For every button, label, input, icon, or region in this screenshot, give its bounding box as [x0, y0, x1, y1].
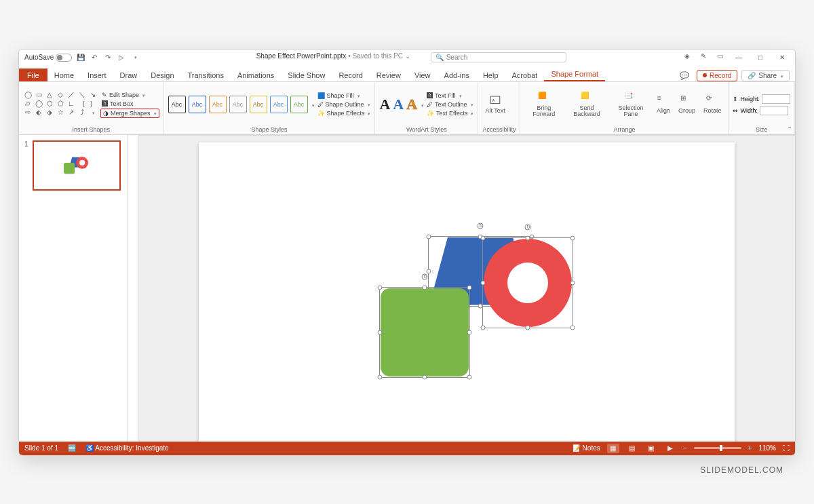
shape-effects-button[interactable]: ✨ Shape Effects	[317, 109, 371, 117]
zoom-out-button[interactable]: −	[683, 444, 687, 452]
zoom-slider[interactable]	[694, 447, 741, 449]
height-field[interactable]: ⇕ Height:	[733, 94, 790, 104]
width-field[interactable]: ⇔ Width:	[733, 106, 790, 115]
wordart-preset[interactable]: A	[379, 96, 390, 113]
rotate-button[interactable]: ⟳Rotate	[701, 94, 724, 114]
tab-insert[interactable]: Insert	[81, 69, 113, 81]
share-button[interactable]: 🔗 Share	[741, 70, 790, 81]
maximize-button[interactable]: □	[753, 52, 768, 64]
text-box-button[interactable]: 🅰 Text Box	[100, 100, 159, 108]
reading-view-icon[interactable]: ▣	[645, 444, 657, 453]
watermark: SLIDEMODEL.COM	[700, 465, 783, 475]
qat-more-icon[interactable]	[130, 53, 140, 62]
alt-text-button[interactable]: A Alt Text	[482, 94, 507, 114]
group-accessibility: A Alt Text Accessibility	[478, 82, 520, 134]
comments-icon[interactable]: 💬	[679, 70, 690, 81]
style-preset[interactable]: Abc	[209, 96, 227, 113]
rotate-handle-icon[interactable]	[525, 224, 531, 230]
wordart-gallery[interactable]: A A A	[379, 96, 417, 113]
eraser-icon[interactable]: ✎	[699, 52, 708, 61]
merge-shapes-button[interactable]: ◑ Merge Shapes	[100, 109, 159, 118]
save-icon[interactable]: 💾	[76, 53, 85, 62]
spellcheck-icon[interactable]: 🔤	[68, 444, 76, 452]
style-preset[interactable]: Abc	[290, 96, 308, 113]
tab-home[interactable]: Home	[47, 69, 81, 81]
style-preset[interactable]: Abc	[189, 96, 206, 113]
wordart-more-icon[interactable]	[420, 101, 424, 109]
tab-draw[interactable]: Draw	[113, 69, 144, 81]
style-more-icon[interactable]	[311, 101, 315, 109]
text-fill-button[interactable]: 🅰 Text Fill	[427, 92, 473, 100]
diamond-icon[interactable]: ◈	[682, 52, 692, 61]
shape-fill-button[interactable]: 🟦 Shape Fill	[317, 92, 371, 100]
selection-pane-button[interactable]: 📑Selection Pane	[610, 92, 651, 118]
selection-donut	[482, 237, 573, 328]
collapse-ribbon-icon[interactable]: ⌃	[787, 125, 792, 133]
tab-acrobat[interactable]: Acrobat	[505, 69, 545, 81]
notes-button[interactable]: 📝 Notes	[573, 444, 600, 452]
normal-view-icon[interactable]: ▦	[607, 444, 619, 453]
align-button[interactable]: ≡Align	[654, 94, 673, 114]
search-input[interactable]: 🔍 Search	[431, 52, 566, 62]
minimize-button[interactable]: —	[731, 52, 746, 64]
vertical-ruler	[128, 136, 138, 442]
slideshow-icon[interactable]: ▷	[117, 53, 126, 62]
autosave-toggle[interactable]: AutoSave	[24, 54, 72, 62]
save-status: Saved to this PC	[352, 52, 402, 60]
tab-help[interactable]: Help	[476, 69, 505, 81]
slide-1[interactable]	[199, 142, 735, 442]
width-input[interactable]	[760, 106, 788, 115]
tab-addins[interactable]: Add-ins	[438, 69, 476, 81]
text-outline-button[interactable]: 🖊 Text Outline	[427, 100, 473, 109]
style-preset[interactable]: Abc	[229, 96, 247, 113]
tab-file[interactable]: File	[19, 69, 47, 81]
zoom-level[interactable]: 110%	[758, 444, 776, 452]
group-arrange: 🟧Bring Forward 🟨Send Backward 📑Selection…	[520, 82, 729, 134]
rotate-handle-icon[interactable]	[478, 222, 484, 229]
style-preset[interactable]: Abc	[270, 96, 288, 113]
edit-shape-button[interactable]: ✎ Edit Shape	[100, 91, 159, 99]
send-backward-button[interactable]: 🟨Send Backward	[566, 92, 608, 118]
tab-view[interactable]: View	[408, 69, 438, 81]
bring-forward-button[interactable]: 🟧Bring Forward	[524, 92, 562, 118]
record-button[interactable]: Record	[697, 70, 737, 81]
shapes-gallery[interactable]: ◯▭△◇／＼↘ ▱◯⬡⬠∟｛｝ ⇨⬖⬗☆↗⤴	[23, 92, 98, 117]
slide-thumbnail-1[interactable]	[33, 140, 121, 191]
canvas[interactable]	[138, 136, 795, 442]
style-preset[interactable]: Abc	[168, 96, 186, 113]
sorter-view-icon[interactable]: ▤	[626, 444, 638, 453]
tab-slideshow[interactable]: Slide Show	[281, 69, 332, 81]
style-preset[interactable]: Abc	[250, 96, 267, 113]
rotate-handle-icon[interactable]	[422, 273, 428, 279]
ribbon-mode-icon[interactable]: ▭	[715, 52, 724, 61]
fit-to-window-icon[interactable]: ⛶	[783, 444, 790, 452]
close-button[interactable]: ✕	[775, 52, 790, 64]
undo-icon[interactable]: ↶	[90, 53, 99, 62]
tab-review[interactable]: Review	[370, 69, 408, 81]
accessibility-status[interactable]: ♿ Accessibility: Investigate	[85, 444, 169, 452]
titlebar: AutoSave 💾 ↶ ↷ ▷ Shape Effect PowerPoint…	[19, 50, 795, 66]
shape-outline-button[interactable]: 🖊 Shape Outline	[317, 100, 371, 109]
wordart-preset[interactable]: A	[406, 96, 417, 113]
height-input[interactable]	[762, 94, 790, 104]
tab-design[interactable]: Design	[144, 69, 180, 81]
slide-thumbnails[interactable]: 1	[19, 135, 128, 442]
group-size: ⇕ Height: ⇔ Width: Size	[729, 82, 795, 134]
group-label-arrange: Arrange	[524, 125, 724, 133]
ribbon-tabs: File Home Insert Draw Design Transitions…	[19, 66, 795, 82]
text-effects-button[interactable]: ✨ Text Effects	[427, 109, 473, 117]
wordart-preset[interactable]: A	[393, 96, 404, 113]
selection-rounded-rect	[379, 287, 470, 378]
autosave-pill[interactable]	[56, 54, 72, 62]
group-label-size: Size	[733, 125, 790, 133]
tab-record[interactable]: Record	[332, 69, 369, 81]
group-button[interactable]: ⊞Group	[676, 94, 698, 114]
slideshow-view-icon[interactable]: ▶	[664, 444, 676, 453]
tab-shape-format[interactable]: Shape Format	[544, 67, 605, 81]
tab-animations[interactable]: Animations	[231, 69, 281, 81]
slide-counter[interactable]: Slide 1 of 1	[24, 444, 58, 452]
redo-icon[interactable]: ↷	[103, 53, 113, 62]
shape-style-gallery[interactable]: Abc Abc Abc Abc Abc Abc Abc	[168, 96, 308, 113]
zoom-in-button[interactable]: +	[748, 444, 752, 452]
tab-transitions[interactable]: Transitions	[181, 69, 231, 81]
